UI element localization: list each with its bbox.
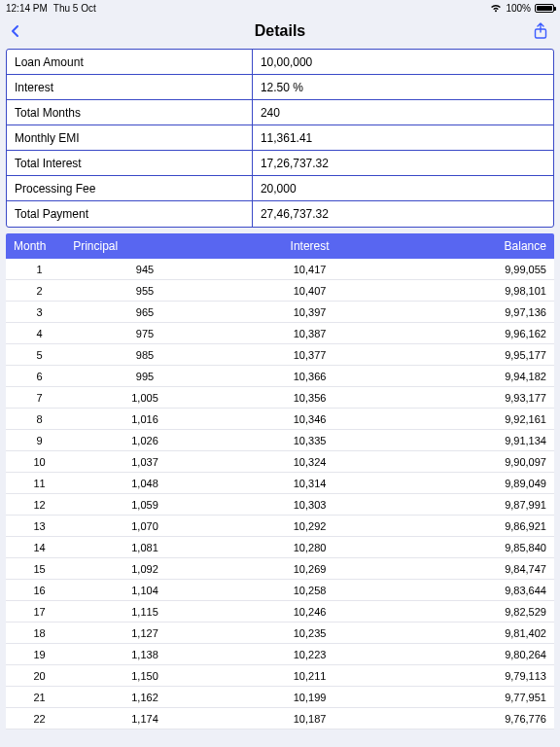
cell-balance: 9,99,055 bbox=[399, 264, 550, 275]
back-button[interactable] bbox=[0, 16, 31, 47]
cell-principal: 995 bbox=[69, 371, 221, 382]
summary-value: 11,361.41 bbox=[253, 125, 553, 150]
cell-interest: 10,397 bbox=[221, 306, 399, 318]
cell-month: 13 bbox=[10, 520, 69, 532]
cell-balance: 9,84,747 bbox=[399, 563, 550, 575]
cell-balance: 9,93,177 bbox=[399, 392, 550, 404]
grid-header-month: Month bbox=[10, 239, 69, 253]
cell-principal: 1,059 bbox=[69, 499, 221, 511]
cell-principal: 1,016 bbox=[69, 413, 221, 425]
cell-principal: 1,048 bbox=[69, 478, 221, 489]
table-row: 191,13810,2239,80,264 bbox=[6, 644, 554, 665]
table-row: 181,12710,2359,81,402 bbox=[6, 622, 554, 644]
summary-table: Loan Amount10,00,000Interest12.50 %Total… bbox=[6, 49, 554, 228]
cell-month: 5 bbox=[10, 349, 69, 361]
table-row: 151,09210,2699,84,747 bbox=[6, 558, 554, 580]
cell-month: 4 bbox=[10, 328, 69, 339]
table-row: 211,16210,1999,77,951 bbox=[6, 687, 554, 708]
cell-month: 18 bbox=[10, 627, 69, 639]
summary-row: Interest12.50 % bbox=[7, 75, 553, 100]
cell-month: 7 bbox=[10, 392, 69, 404]
table-row: 71,00510,3569,93,177 bbox=[6, 387, 554, 409]
nav-bar: Details bbox=[0, 16, 560, 47]
cell-interest: 10,246 bbox=[221, 606, 399, 618]
summary-label: Total Payment bbox=[7, 201, 253, 227]
cell-interest: 10,235 bbox=[221, 627, 399, 639]
table-row: 81,01610,3469,92,161 bbox=[6, 409, 554, 430]
summary-value: 17,26,737.32 bbox=[253, 151, 553, 175]
summary-row: Total Payment27,46,737.32 bbox=[7, 201, 553, 227]
table-row: 598510,3779,95,177 bbox=[6, 344, 554, 366]
cell-principal: 1,081 bbox=[69, 542, 221, 553]
grid-header-principal: Principal bbox=[69, 239, 221, 253]
cell-interest: 10,211 bbox=[221, 670, 399, 682]
table-row: 171,11510,2469,82,529 bbox=[6, 601, 554, 622]
cell-principal: 985 bbox=[69, 349, 221, 361]
table-row: 396510,3979,97,136 bbox=[6, 302, 554, 323]
battery-percent: 100% bbox=[506, 3, 531, 14]
cell-interest: 10,258 bbox=[221, 585, 399, 596]
cell-balance: 9,97,136 bbox=[399, 306, 550, 318]
cell-principal: 1,092 bbox=[69, 563, 221, 575]
cell-month: 20 bbox=[10, 670, 69, 682]
cell-month: 22 bbox=[10, 713, 69, 725]
summary-label: Total Months bbox=[7, 100, 253, 124]
table-row: 295510,4079,98,101 bbox=[6, 280, 554, 302]
status-bar: 12:14 PM Thu 5 Oct 100% bbox=[0, 0, 560, 16]
cell-interest: 10,324 bbox=[221, 456, 399, 468]
cell-interest: 10,377 bbox=[221, 349, 399, 361]
cell-interest: 10,292 bbox=[221, 520, 399, 532]
cell-balance: 9,80,264 bbox=[399, 649, 550, 660]
cell-month: 11 bbox=[10, 478, 69, 489]
cell-principal: 1,138 bbox=[69, 649, 221, 660]
share-button[interactable] bbox=[525, 16, 556, 47]
cell-interest: 10,280 bbox=[221, 542, 399, 553]
cell-balance: 9,82,529 bbox=[399, 606, 550, 618]
summary-value: 10,00,000 bbox=[253, 50, 553, 74]
cell-principal: 1,070 bbox=[69, 520, 221, 532]
cell-month: 14 bbox=[10, 542, 69, 553]
page-title: Details bbox=[0, 22, 560, 40]
cell-interest: 10,417 bbox=[221, 264, 399, 275]
summary-row: Total Interest17,26,737.32 bbox=[7, 151, 553, 176]
summary-label: Loan Amount bbox=[7, 50, 253, 74]
summary-row: Loan Amount10,00,000 bbox=[7, 50, 553, 75]
cell-principal: 1,115 bbox=[69, 606, 221, 618]
cell-interest: 10,346 bbox=[221, 413, 399, 425]
cell-month: 2 bbox=[10, 285, 69, 297]
cell-month: 15 bbox=[10, 563, 69, 575]
cell-balance: 9,76,776 bbox=[399, 713, 550, 725]
table-row: 201,15010,2119,79,113 bbox=[6, 665, 554, 687]
cell-balance: 9,98,101 bbox=[399, 285, 550, 297]
cell-balance: 9,83,644 bbox=[399, 585, 550, 596]
cell-balance: 9,86,921 bbox=[399, 520, 550, 532]
cell-interest: 10,356 bbox=[221, 392, 399, 404]
cell-principal: 955 bbox=[69, 285, 221, 297]
cell-principal: 965 bbox=[69, 306, 221, 318]
grid-header-balance: Balance bbox=[399, 239, 550, 253]
cell-month: 9 bbox=[10, 435, 69, 446]
cell-principal: 1,127 bbox=[69, 627, 221, 639]
status-time: 12:14 PM bbox=[6, 3, 48, 14]
cell-interest: 10,366 bbox=[221, 371, 399, 382]
cell-principal: 1,005 bbox=[69, 392, 221, 404]
cell-principal: 975 bbox=[69, 328, 221, 339]
table-row: 121,05910,3039,87,991 bbox=[6, 494, 554, 516]
cell-balance: 9,85,840 bbox=[399, 542, 550, 553]
grid-body[interactable]: 194510,4179,99,055295510,4079,98,1013965… bbox=[6, 259, 554, 729]
summary-label: Total Interest bbox=[7, 151, 253, 175]
cell-interest: 10,335 bbox=[221, 435, 399, 446]
cell-balance: 9,96,162 bbox=[399, 328, 550, 339]
cell-principal: 1,174 bbox=[69, 713, 221, 725]
cell-interest: 10,303 bbox=[221, 499, 399, 511]
cell-interest: 10,223 bbox=[221, 649, 399, 660]
cell-month: 10 bbox=[10, 456, 69, 468]
summary-row: Total Months240 bbox=[7, 100, 553, 125]
summary-row: Monthly EMI11,361.41 bbox=[7, 125, 553, 151]
summary-value: 12.50 % bbox=[253, 75, 553, 99]
cell-balance: 9,91,134 bbox=[399, 435, 550, 446]
summary-label: Monthly EMI bbox=[7, 125, 253, 150]
cell-balance: 9,94,182 bbox=[399, 371, 550, 382]
table-row: 101,03710,3249,90,097 bbox=[6, 451, 554, 473]
cell-principal: 1,026 bbox=[69, 435, 221, 446]
